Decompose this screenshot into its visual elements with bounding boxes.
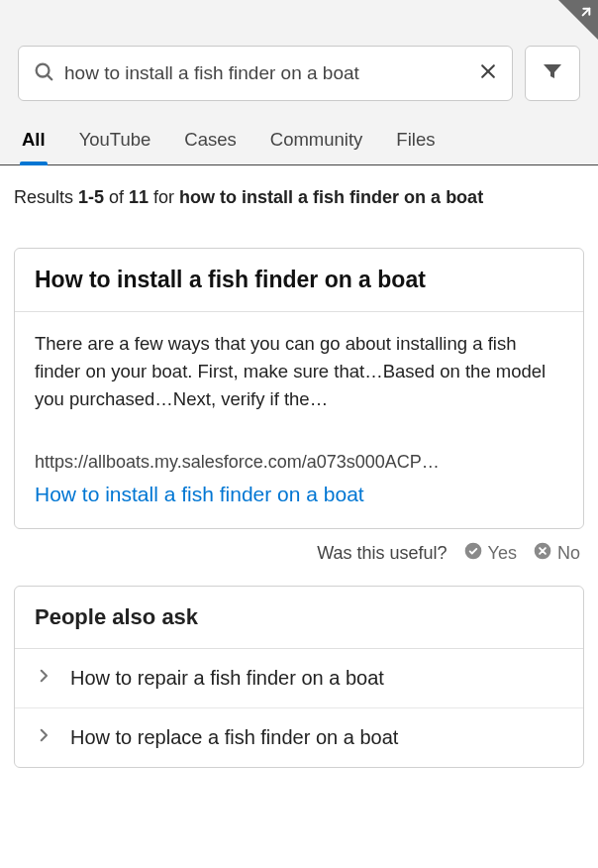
people-also-ask-title: People also ask xyxy=(15,587,583,649)
header-area: All YouTube Cases Community Files xyxy=(0,0,598,165)
feedback-prompt: Was this useful? xyxy=(317,543,447,564)
answer-source-link[interactable]: How to install a fish finder on a boat xyxy=(35,483,563,506)
tabs: All YouTube Cases Community Files xyxy=(0,119,598,165)
tab-files[interactable]: Files xyxy=(396,119,435,164)
answer-snippet: There are a few ways that you can go abo… xyxy=(35,330,563,412)
paa-item-0[interactable]: How to repair a fish finder on a boat xyxy=(15,649,583,708)
search-icon xyxy=(33,60,54,86)
answer-card-body: There are a few ways that you can go abo… xyxy=(15,312,583,528)
paa-item-label: How to repair a fish finder on a boat xyxy=(70,667,384,690)
answer-card-header: How to install a fish finder on a boat xyxy=(15,249,583,312)
feedback-no-label: No xyxy=(557,543,580,564)
answer-title: How to install a fish finder on a boat xyxy=(35,267,563,293)
search-row xyxy=(0,0,598,119)
feedback-yes-button[interactable]: Yes xyxy=(463,541,517,566)
chevron-right-icon xyxy=(35,667,52,690)
feedback-no-button[interactable]: No xyxy=(533,541,580,566)
tab-cases[interactable]: Cases xyxy=(184,119,236,164)
results-for: for xyxy=(149,187,179,207)
results-summary: Results 1-5 of 11 for how to install a f… xyxy=(0,165,598,218)
x-circle-icon xyxy=(533,541,552,566)
filter-icon xyxy=(541,59,564,87)
results-prefix: Results xyxy=(14,187,78,207)
clear-search-button[interactable] xyxy=(478,61,498,85)
results-of: of xyxy=(104,187,129,207)
check-circle-icon xyxy=(463,541,483,566)
paa-item-label: How to replace a fish finder on a boat xyxy=(70,726,398,749)
paa-item-1[interactable]: How to replace a fish finder on a boat xyxy=(15,708,583,767)
chevron-right-icon xyxy=(35,726,52,749)
svg-line-1 xyxy=(48,75,51,79)
tab-community[interactable]: Community xyxy=(270,119,363,164)
tab-youtube[interactable]: YouTube xyxy=(79,119,151,164)
results-total: 11 xyxy=(129,187,149,207)
results-query: how to install a fish finder on a boat xyxy=(179,187,483,207)
tab-all[interactable]: All xyxy=(22,119,46,164)
answer-card: How to install a fish finder on a boat T… xyxy=(14,248,584,529)
expand-button[interactable] xyxy=(558,0,598,40)
answer-source-url: https://allboats.my.salesforce.com/a073s… xyxy=(35,452,563,473)
search-input[interactable] xyxy=(54,62,478,84)
search-box xyxy=(18,46,513,101)
people-also-ask-card: People also ask How to repair a fish fin… xyxy=(14,586,584,768)
feedback-row: Was this useful? Yes No xyxy=(0,529,598,566)
filter-button[interactable] xyxy=(525,46,580,101)
results-range: 1-5 xyxy=(78,187,104,207)
feedback-yes-label: Yes xyxy=(488,543,517,564)
